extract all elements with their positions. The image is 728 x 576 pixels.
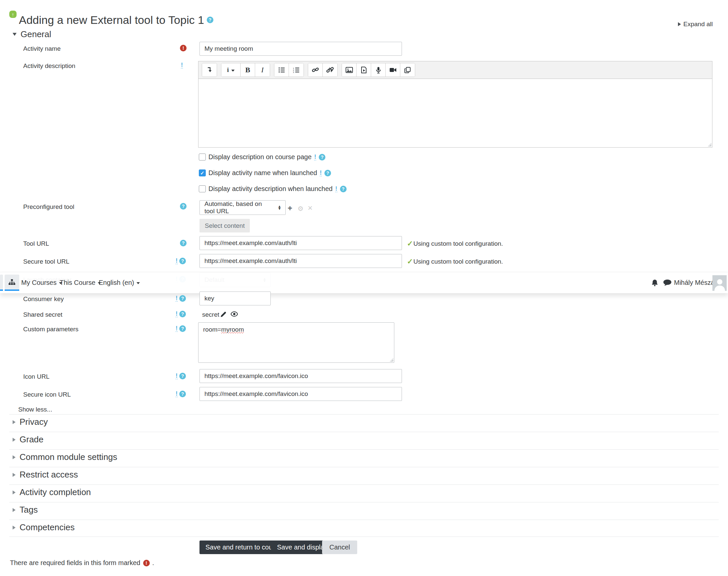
insert-media-button[interactable] <box>357 63 371 77</box>
record-video-button[interactable] <box>386 63 400 77</box>
tool-url-input[interactable] <box>200 236 402 250</box>
help-icon[interactable]: ? <box>340 186 346 192</box>
messages-button[interactable] <box>663 272 672 293</box>
help-icon[interactable]: ? <box>179 295 186 302</box>
video-camera-icon <box>389 67 397 73</box>
select-content-button[interactable]: Select content <box>200 219 250 232</box>
notifications-button[interactable] <box>650 272 659 293</box>
collapse-toolbar-button[interactable] <box>202 63 217 77</box>
help-icon[interactable]: ? <box>180 203 187 209</box>
avatar[interactable] <box>712 275 727 291</box>
icon-url-input[interactable] <box>200 369 402 383</box>
consumer-key-label: Consumer key <box>23 295 64 303</box>
display-description-row: Display description on course page ! ? <box>199 153 325 161</box>
nav-language[interactable]: English (en) <box>99 272 140 293</box>
toolbar-group-lists: 123 <box>274 63 304 77</box>
section-privacy-header[interactable]: Privacy <box>12 417 48 427</box>
record-audio-button[interactable] <box>371 63 386 77</box>
section-grade-header[interactable]: Grade <box>12 434 43 445</box>
sitemap-icon <box>8 279 16 286</box>
misspelled-word: myroom <box>221 326 244 333</box>
info-exclamation-icon[interactable]: ! <box>181 62 183 69</box>
secure-tool-url-input[interactable] <box>200 254 402 268</box>
display-activity-name-checkbox[interactable] <box>199 169 206 176</box>
section-common-module-header[interactable]: Common module settings <box>12 452 117 462</box>
person-icon <box>714 278 726 291</box>
help-icon[interactable]: ? <box>179 391 186 397</box>
collapsed-arrow-icon <box>12 420 16 424</box>
unordered-list-button[interactable] <box>274 63 289 77</box>
title-help-icon[interactable]: ? <box>207 17 213 23</box>
expand-all-label: Expand all <box>683 21 713 28</box>
show-less-link[interactable]: Show less... <box>18 406 52 413</box>
nav-this-course[interactable]: This Course <box>60 272 101 293</box>
info-exclamation-icon[interactable]: ! <box>176 391 178 397</box>
collapsed-arrow-icon <box>12 473 16 477</box>
bold-button[interactable]: B <box>241 63 255 77</box>
info-exclamation-icon[interactable]: ! <box>320 170 322 176</box>
sticky-navbar: My Courses This Course English (en) Mihá… <box>0 272 728 293</box>
edit-secret-button[interactable] <box>220 311 226 319</box>
help-icon[interactable]: ? <box>325 170 331 176</box>
section-tags-header[interactable]: Tags <box>12 505 38 515</box>
collapsed-arrow-icon <box>12 438 16 442</box>
section-competencies-header[interactable]: Competencies <box>12 522 74 532</box>
collapsed-arrow-icon <box>12 508 16 512</box>
consumer-key-input[interactable] <box>200 291 271 306</box>
collapsed-arrow-icon <box>12 455 16 459</box>
display-activity-name-row: Display activity name when launched ! ? <box>199 169 331 177</box>
nav-drawer-tab[interactable] <box>0 275 3 291</box>
ordered-list-button[interactable]: 123 <box>289 63 304 77</box>
add-tool-icon[interactable]: + <box>287 204 292 213</box>
help-icon[interactable]: ? <box>179 373 186 379</box>
custom-parameters-textarea[interactable]: room=myroom <box>198 322 394 363</box>
required-icon: ! <box>143 560 150 566</box>
manage-files-button[interactable] <box>400 63 415 77</box>
activity-description-editor[interactable] <box>198 79 712 148</box>
section-restrict-access-header[interactable]: Restrict access <box>12 469 78 480</box>
secure-icon-url-input[interactable] <box>200 387 402 401</box>
italic-button[interactable]: I <box>255 63 270 77</box>
unordered-list-icon <box>278 67 285 73</box>
paragraph-styles-button[interactable]: i <box>221 63 241 77</box>
info-exclamation-icon[interactable]: ! <box>314 154 316 161</box>
info-exclamation-icon[interactable]: ! <box>335 186 337 192</box>
unlink-icon <box>326 67 334 73</box>
divider <box>9 485 719 485</box>
activity-description-label: Activity description <box>23 62 75 69</box>
site-navigation-tab[interactable] <box>5 275 19 291</box>
microphone-icon <box>376 67 381 74</box>
chevron-down-icon <box>136 282 140 284</box>
info-exclamation-icon[interactable]: ! <box>176 311 178 317</box>
info-exclamation-icon[interactable]: ! <box>176 325 178 332</box>
help-icon[interactable]: ? <box>180 240 187 247</box>
help-icon[interactable]: ? <box>179 311 186 317</box>
insert-image-button[interactable] <box>342 63 357 77</box>
divider <box>9 537 719 537</box>
shared-secret-label: Shared secret <box>23 311 62 318</box>
unlink-button[interactable] <box>323 63 337 77</box>
expand-all-link[interactable]: Expand all <box>678 21 713 28</box>
info-exclamation-icon[interactable]: ! <box>176 258 178 264</box>
preconfigured-tool-select[interactable]: Automatic, based on tool URL ▲▼ <box>200 200 285 215</box>
collapsed-arrow-icon <box>12 490 16 494</box>
show-secret-button[interactable] <box>231 311 238 318</box>
help-icon[interactable]: ? <box>179 325 186 332</box>
image-icon <box>345 67 353 73</box>
toolbar-group-media <box>342 63 415 77</box>
activity-name-input[interactable] <box>200 42 402 56</box>
cancel-button[interactable]: Cancel <box>322 541 357 554</box>
help-icon[interactable]: ? <box>319 154 325 161</box>
section-general-header[interactable]: General <box>12 29 51 39</box>
section-activity-completion-header[interactable]: Activity completion <box>12 487 91 497</box>
info-exclamation-icon[interactable]: ! <box>176 373 178 379</box>
display-description-checkbox[interactable] <box>199 153 206 161</box>
nav-my-courses[interactable]: My Courses <box>21 272 62 293</box>
display-activity-description-checkbox[interactable] <box>199 185 206 192</box>
link-button[interactable] <box>308 63 323 77</box>
page-title: Adding a new External tool to Topic 1 ? <box>19 13 213 27</box>
bell-icon <box>650 279 659 287</box>
info-exclamation-icon[interactable]: ! <box>176 295 178 302</box>
divider <box>9 502 719 502</box>
help-icon[interactable]: ? <box>179 258 186 264</box>
